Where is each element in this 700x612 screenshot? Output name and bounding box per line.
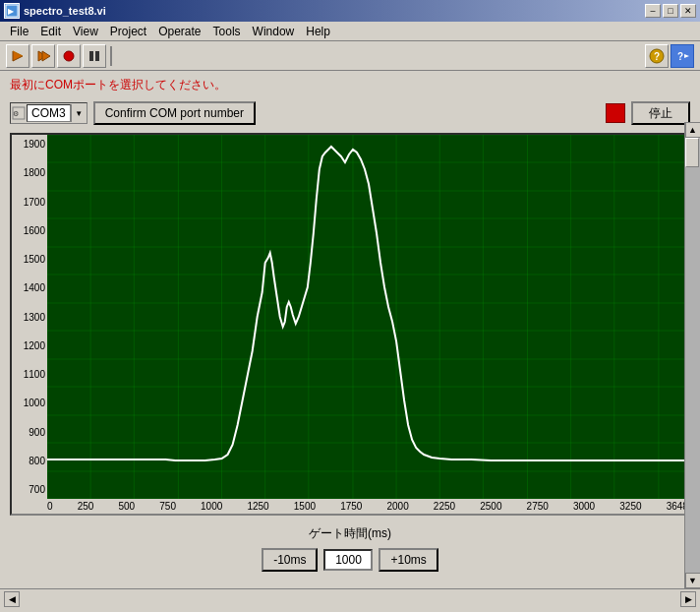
svg-text:?: ? [677, 51, 683, 62]
menu-bar: File Edit View Project Operate Tools Win… [0, 22, 700, 41]
svg-marker-2 [13, 51, 23, 61]
instruction-label: 最初にCOMポートを選択してください。 [10, 77, 690, 93]
scroll-down-button[interactable]: ▼ [685, 573, 701, 588]
run-arrow-button[interactable] [6, 44, 29, 68]
confirm-com-button[interactable]: Confirm COM port number [93, 101, 256, 125]
x-label-3250: 3250 [619, 501, 641, 512]
y-label-900: 900 [14, 427, 45, 438]
gate-time-label: ゲート時間(ms) [309, 525, 391, 542]
window-controls: – □ ✕ [645, 4, 696, 18]
window-title: spectro_test8.vi [24, 5, 645, 17]
menu-window[interactable]: Window [247, 23, 301, 40]
run-continuously-button[interactable] [31, 44, 55, 68]
help-button[interactable]: ? [645, 44, 669, 68]
x-label-250: 250 [78, 501, 94, 512]
svg-marker-5 [42, 51, 50, 61]
svg-text:⚙: ⚙ [13, 110, 19, 117]
y-label-1900: 1900 [14, 139, 45, 150]
y-label-1200: 1200 [14, 340, 45, 351]
y-label-1000: 1000 [14, 398, 45, 408]
menu-project[interactable]: Project [104, 23, 152, 40]
y-axis: 1900 1800 1700 1600 1500 1400 1300 1200 … [12, 135, 47, 499]
x-label-750: 750 [159, 501, 176, 512]
svg-rect-16 [47, 135, 688, 499]
menu-tools[interactable]: Tools [207, 23, 247, 40]
svg-rect-8 [95, 51, 99, 61]
menu-file[interactable]: File [4, 23, 34, 40]
x-label-2250: 2250 [434, 501, 455, 512]
gate-plus-button[interactable]: +10ms [379, 548, 438, 572]
maximize-button[interactable]: □ [663, 4, 678, 18]
x-label-1000: 1000 [201, 501, 222, 512]
x-axis: 0 250 500 750 1000 1250 1500 1750 2000 2… [47, 499, 688, 514]
toolbar-separator [110, 46, 112, 66]
x-label-1250: 1250 [247, 501, 268, 512]
y-label-1800: 1800 [14, 167, 45, 178]
y-label-1100: 1100 [14, 369, 45, 380]
toolbar: ? ? [0, 41, 700, 71]
x-label-0: 0 [47, 501, 53, 512]
y-label-1500: 1500 [14, 254, 45, 265]
x-label-2000: 2000 [387, 501, 409, 512]
x-label-500: 500 [118, 501, 135, 512]
scrollbar-track [685, 138, 700, 573]
stop-indicator [606, 103, 625, 123]
context-help-button[interactable]: ? [671, 44, 694, 68]
app-icon: ▶ [4, 3, 20, 19]
menu-operate[interactable]: Operate [152, 23, 206, 40]
x-label-3000: 3000 [573, 501, 595, 512]
chart-inner: 1900 1800 1700 1600 1500 1400 1300 1200 … [12, 135, 688, 499]
com-port-dropdown[interactable]: ▼ [71, 104, 87, 122]
scroll-up-button[interactable]: ▲ [685, 122, 701, 138]
gate-controls-row: -10ms 1000 +10ms [262, 548, 438, 572]
menu-edit[interactable]: Edit [34, 23, 67, 40]
x-label-1500: 1500 [294, 501, 316, 512]
main-content: 最初にCOMポートを選択してください。 ⚙ COM3 ▼ Confirm COM… [0, 71, 700, 608]
y-label-700: 700 [14, 484, 45, 495]
minimize-button[interactable]: – [645, 4, 661, 18]
svg-rect-7 [89, 51, 93, 61]
x-label-1750: 1750 [340, 501, 362, 512]
menu-view[interactable]: View [67, 23, 104, 40]
pause-button[interactable] [83, 44, 106, 68]
gate-minus-button[interactable]: -10ms [262, 548, 318, 572]
y-label-1600: 1600 [14, 225, 45, 236]
y-label-1400: 1400 [14, 282, 45, 293]
com-port-selector[interactable]: ⚙ COM3 ▼ [10, 102, 88, 124]
y-label-800: 800 [14, 456, 45, 466]
com-selector-icon: ⚙ [11, 103, 27, 123]
com-port-value: COM3 [27, 104, 71, 122]
x-label-2750: 2750 [527, 501, 549, 512]
stop-section: 停止 [606, 101, 690, 125]
bottom-controls: ゲート時間(ms) -10ms 1000 +10ms [10, 521, 690, 576]
y-label-1300: 1300 [14, 312, 45, 323]
scroll-left-button[interactable]: ◀ [4, 591, 20, 607]
svg-text:▶: ▶ [8, 7, 15, 16]
title-bar: ▶ spectro_test8.vi – □ ✕ [0, 0, 700, 22]
svg-text:?: ? [654, 51, 660, 62]
svg-point-6 [64, 51, 74, 61]
scrollbar-thumb[interactable] [685, 138, 699, 167]
chart-plot [47, 135, 688, 499]
controls-row: ⚙ COM3 ▼ Confirm COM port number 停止 [10, 101, 690, 125]
menu-help[interactable]: Help [300, 23, 336, 40]
abort-button[interactable] [57, 44, 81, 68]
scroll-right-button[interactable]: ▶ [680, 591, 696, 607]
scrollbar-right[interactable]: ▲ ▼ [684, 122, 700, 588]
x-label-2500: 2500 [480, 501, 501, 512]
y-label-1700: 1700 [14, 197, 45, 208]
chart-container: 1900 1800 1700 1600 1500 1400 1300 1200 … [10, 133, 690, 516]
gate-value-display[interactable]: 1000 [323, 549, 373, 571]
stop-button[interactable]: 停止 [631, 101, 690, 125]
close-button[interactable]: ✕ [680, 4, 696, 18]
status-bar: ◀ ▶ [0, 588, 700, 608]
